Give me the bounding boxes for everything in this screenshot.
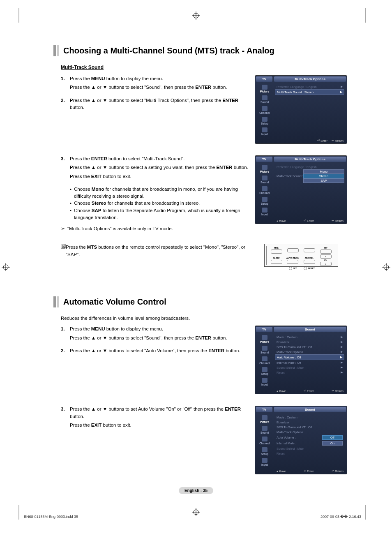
title-accent-bar <box>57 45 59 56</box>
chevron-right-icon: ▶ <box>340 356 342 359</box>
registration-mark-icon <box>192 12 200 20</box>
intro-text: Reduces the differences in volume level … <box>61 316 347 321</box>
osd-sidebar: Picture Sound Channel Setup Input <box>255 333 274 388</box>
return-icon: ↩ <box>332 469 334 473</box>
subsection-title: Multi-Track Sound <box>61 65 347 70</box>
footer-timestamp: 2007-09-03 �� 2:16:43 <box>321 515 361 519</box>
osd-panel-sound-autovolume: TV Sound Picture Sound Channel Setup Inp… <box>255 406 347 474</box>
move-icon: ♦ <box>277 470 278 473</box>
remote-control-diagram: MTS PIP SLEEP AUTO PROG. ADD/DEL ∧CH∨ SE… <box>264 244 338 267</box>
osd-source-badge: TV <box>256 407 272 412</box>
osd-row: Multi-Track Options <box>275 430 344 434</box>
osd-title: Multi-Track Options <box>274 157 346 162</box>
osd-row: Sound Select : Main <box>275 446 344 451</box>
picture-icon <box>262 335 267 340</box>
step-text: Press the ▲ or ▼ buttons to select "Auto… <box>70 347 248 356</box>
osd-option-selected: Off <box>322 435 343 440</box>
enter-icon: ⏎ <box>304 219 306 222</box>
setup-icon <box>262 117 267 122</box>
osd-footer: ⏎Enter ↩Return <box>255 138 347 143</box>
osd-row-selected: Multi-Track Sound : Stereo▶ <box>275 89 344 95</box>
osd-panel-multitrack-sound: TV Multi-Track Options Picture Sound Cha… <box>255 155 347 224</box>
input-icon <box>262 127 267 132</box>
sound-icon <box>262 426 267 431</box>
crop-mark <box>365 505 366 520</box>
pip-button <box>320 250 332 254</box>
step-number: 1. <box>61 326 70 343</box>
return-icon: ↩ <box>332 389 334 393</box>
return-icon: ↩ <box>332 219 334 222</box>
osd-row: Equalizer ▶ <box>275 340 344 344</box>
step-text: Press the MENU button to display the men… <box>70 326 248 343</box>
osd-footer: ♦Move ⏎Enter ↩Return <box>255 218 347 224</box>
note-text: ➢ "Multi-Track Options" is available onl… <box>61 225 248 232</box>
picture-icon <box>262 165 267 170</box>
sleep-button <box>271 260 282 264</box>
page-number: English - 35 <box>179 487 213 494</box>
remote-button-icon: 🅁 <box>61 244 66 249</box>
enter-icon: ⏎ <box>304 389 306 393</box>
chevron-right-icon: ▶ <box>341 361 343 364</box>
return-icon: ↩ <box>332 139 334 142</box>
setup-icon <box>262 447 267 452</box>
osd-row: SRS TruSurround XT : Off <box>275 425 344 430</box>
osd-source-badge: TV <box>256 327 272 332</box>
osd-sidebar: Picture Sound Channel Setup Input <box>255 163 274 218</box>
osd-row: Mode : Custom▶ <box>275 335 344 340</box>
bullet-list: Choose Mono for channels that are broadc… <box>70 186 248 221</box>
step-text: Press the MENU button to display the men… <box>70 75 248 93</box>
enter-icon: ⏎ <box>317 139 320 142</box>
enter-icon: ⏎ <box>304 469 306 473</box>
osd-row: Preferred Language : English <box>275 164 344 169</box>
step-number: 3. <box>61 406 70 430</box>
osd-row: SRS TruSurround XT : Off▶ <box>275 344 344 349</box>
picture-icon <box>262 85 267 90</box>
chevron-right-icon: ▶ <box>341 371 343 374</box>
input-icon <box>262 458 267 463</box>
title-accent-bar <box>57 296 59 307</box>
osd-row-selected: Auto Volume : Off▶ <box>275 354 344 360</box>
section-title: Choosing a Multi-Channel Sound (MTS) tra… <box>63 45 274 56</box>
crop-mark <box>18 8 19 23</box>
osd-title: Sound <box>274 327 346 332</box>
chevron-right-icon: ▶ <box>341 366 343 369</box>
footer-filename: BN68-01156M-Eng-0903.indd 35 <box>24 515 78 519</box>
ch-up-button: ∧ <box>320 254 332 259</box>
osd-option: Mono <box>303 169 344 174</box>
step-number: 2. <box>61 347 70 356</box>
ch-down-button: ∨ <box>320 262 332 266</box>
osd-row: Equalizer <box>275 420 344 425</box>
osd-option-selected: Stereo <box>303 174 344 178</box>
osd-title: Sound <box>274 407 346 412</box>
chevron-right-icon: ▶ <box>341 345 343 349</box>
channel-icon <box>262 356 267 361</box>
osd-footer: ♦Move ⏎Enter ↩Return <box>255 468 347 474</box>
note-text: 🅁 Press the MTS buttons on the remote co… <box>61 244 248 258</box>
osd-option: SAP <box>303 178 344 183</box>
registration-mark-icon <box>382 263 390 271</box>
channel-icon <box>262 106 267 111</box>
remote-button <box>287 248 299 252</box>
osd-source-badge: TV <box>256 76 272 82</box>
osd-row: Internal Mute : Off▶ <box>275 360 344 365</box>
osd-row: Reset <box>275 451 344 456</box>
osd-row: Multi-Track Options ▶ <box>275 349 344 354</box>
sound-icon <box>262 176 267 180</box>
move-icon: ♦ <box>277 390 278 393</box>
osd-row: Sound Select : Main▶ <box>275 365 344 370</box>
step-number: 1. <box>61 75 70 93</box>
osd-row: Reset ▶ <box>275 370 344 375</box>
osd-source-badge: TV <box>256 157 272 162</box>
channel-icon <box>262 437 267 441</box>
picture-icon <box>262 415 267 420</box>
crop-mark <box>18 505 19 520</box>
reset-button-icon <box>304 267 307 270</box>
osd-row: Mode : Custom <box>275 415 344 420</box>
osd-panel-sound: TV Sound Picture Sound Channel Setup Inp… <box>255 326 347 394</box>
mts-button <box>271 250 282 254</box>
autoprog-button <box>287 260 298 264</box>
set-button-icon <box>289 267 292 270</box>
section-title: Automatic Volume Control <box>63 296 166 307</box>
adddel-button <box>304 260 315 264</box>
registration-mark-icon <box>2 263 10 271</box>
